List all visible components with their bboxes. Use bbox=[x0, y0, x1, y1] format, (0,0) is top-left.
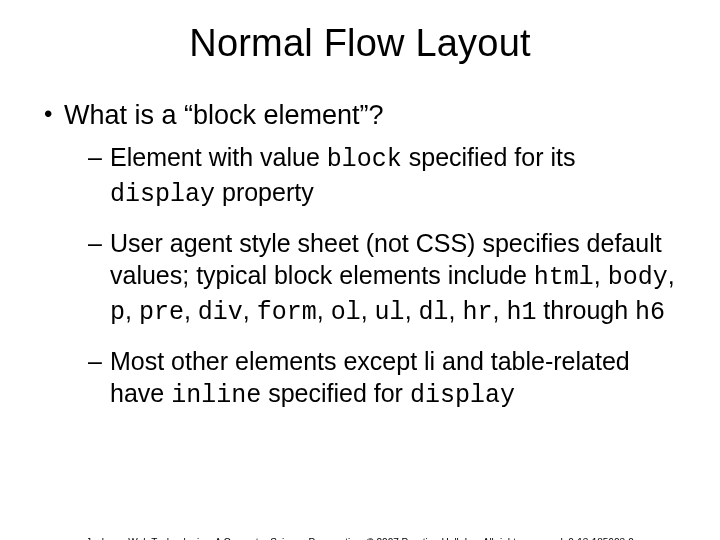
text: , bbox=[492, 296, 506, 324]
code-h1: h1 bbox=[506, 298, 536, 327]
text: , bbox=[361, 296, 375, 324]
slide: Normal Flow Layout What is a “block elem… bbox=[0, 22, 720, 540]
bullet-level1: What is a “block element”? Element with … bbox=[40, 99, 680, 412]
text: specified for bbox=[261, 379, 410, 407]
text: , bbox=[668, 261, 675, 289]
bullet-text: What is a “block element”? bbox=[64, 100, 384, 130]
code-h6: h6 bbox=[635, 298, 665, 327]
text: property bbox=[215, 178, 314, 206]
text: Element with value bbox=[110, 143, 327, 171]
code-form: form bbox=[257, 298, 317, 327]
code-display: display bbox=[410, 381, 515, 410]
code-pre: pre bbox=[139, 298, 184, 327]
code-block: block bbox=[327, 145, 402, 174]
code-ol: ol bbox=[331, 298, 361, 327]
text: , bbox=[405, 296, 419, 324]
text: , bbox=[317, 296, 331, 324]
code-ul: ul bbox=[375, 298, 405, 327]
code-html: html bbox=[534, 263, 594, 292]
text: , bbox=[594, 261, 608, 289]
code-hr: hr bbox=[462, 298, 492, 327]
slide-title: Normal Flow Layout bbox=[0, 22, 720, 65]
text: through bbox=[536, 296, 635, 324]
text: , bbox=[184, 296, 198, 324]
text: , bbox=[449, 296, 463, 324]
text: , bbox=[125, 296, 139, 324]
subbullet-1: Element with value block specified for i… bbox=[88, 141, 680, 211]
code-body: body bbox=[608, 263, 668, 292]
code-display: display bbox=[110, 180, 215, 209]
code-inline: inline bbox=[171, 381, 261, 410]
code-div: div bbox=[198, 298, 243, 327]
text: specified for its bbox=[402, 143, 576, 171]
code-dl: dl bbox=[419, 298, 449, 327]
subbullet-3: Most other elements except li and table-… bbox=[88, 345, 680, 412]
text: , bbox=[243, 296, 257, 324]
subbullet-2: User agent style sheet (not CSS) specifi… bbox=[88, 227, 680, 329]
slide-body: What is a “block element”? Element with … bbox=[0, 99, 720, 412]
code-p: p bbox=[110, 298, 125, 327]
